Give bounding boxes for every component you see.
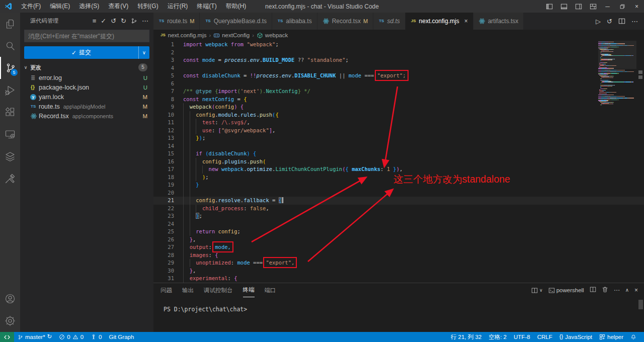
terminal-profile-item[interactable]: powershell [548, 287, 584, 294]
line-number[interactable]: 2 [153, 49, 174, 57]
status-language-mode[interactable]: {}JavaScript [556, 332, 596, 342]
panel-tab-输出[interactable]: 输出 [182, 283, 194, 297]
changed-file-row[interactable]: {}package-lock.jsonU [20, 82, 153, 92]
breadcrumb-item[interactable]: nextConfig [213, 32, 250, 39]
line-number[interactable]: 18 [153, 174, 174, 182]
code-line[interactable]: 16 config.plugins.push( [153, 158, 644, 166]
code-line[interactable]: 18 ); [153, 174, 644, 182]
code-line[interactable]: 20 [153, 189, 644, 197]
changed-file-row[interactable]: Record.tsxapp\componentsM [20, 111, 153, 121]
code-line[interactable]: 1import webpack from "webpack"; [153, 41, 644, 49]
line-number[interactable]: 13 [153, 134, 174, 142]
tab-route.ts[interactable]: TSroute.tsM [153, 13, 200, 30]
line-number[interactable]: 20 [153, 189, 174, 197]
more-icon[interactable]: ⋯ [631, 18, 638, 25]
code-line[interactable]: 4 [153, 64, 644, 72]
code-line[interactable]: 27 output: mode, [153, 243, 644, 251]
activity-remote-explorer[interactable] [0, 123, 20, 145]
status-helper[interactable]: helper [596, 332, 627, 342]
tab-artifacts.tsx[interactable]: artifacts.tsx [473, 13, 524, 30]
code-line[interactable]: 17 new webpack.optimize.LimitChunkCountP… [153, 165, 644, 174]
line-number[interactable]: 9 [153, 103, 174, 111]
tab-next.config.mjs[interactable]: JSnext.config.mjs× [406, 13, 473, 30]
activity-tools[interactable] [0, 167, 20, 190]
tab-QueryableBase.d.ts[interactable]: TSQueryableBase.d.ts [200, 13, 272, 30]
line-number[interactable]: 23 [153, 212, 174, 220]
code-line[interactable]: 15 if (disableChunk) { [153, 150, 644, 158]
menu-item[interactable]: 帮助(H) [221, 0, 251, 13]
status-remote-indicator[interactable] [0, 332, 14, 342]
activity-explorer[interactable] [0, 13, 20, 35]
code-line[interactable]: 11 test: /\.svg$/, [153, 119, 644, 127]
tab-Record.tsx[interactable]: Record.tsxM [317, 13, 374, 30]
line-number[interactable]: 22 [153, 205, 174, 213]
terminal-scrollbar[interactable] [638, 300, 643, 309]
toggle-sidebar-icon[interactable] [542, 0, 556, 13]
activity-layers[interactable] [0, 145, 20, 167]
activity-run-and-debug[interactable] [0, 79, 20, 101]
line-number[interactable]: 14 [153, 142, 174, 150]
maximize-panel-icon[interactable]: ∧ [625, 288, 629, 293]
changed-file-row[interactable]: yyarn.lockM [20, 92, 153, 102]
code-line[interactable]: 9 webpack(config) { [153, 103, 644, 111]
line-number[interactable]: 10 [153, 111, 174, 119]
code-line[interactable]: 5const disableChunk = !!process.env.DISA… [153, 72, 644, 80]
status-forwarded-ports[interactable]: 0 [87, 332, 105, 342]
panel-tab-问题[interactable]: 问题 [160, 283, 172, 297]
code-line[interactable]: 12 use: ["@svgr/webpack"], [153, 127, 644, 135]
toggle-secondary-sidebar-icon[interactable] [571, 0, 586, 13]
code-line[interactable]: 31 experimental: { [153, 275, 644, 283]
more-icon[interactable]: ⋯ [142, 18, 148, 24]
line-number[interactable]: 24 [153, 220, 174, 228]
close-panel-icon[interactable]: × [634, 287, 638, 293]
code-line[interactable]: 13 }); [153, 134, 644, 142]
status-git-branch[interactable]: master*↻ [14, 332, 55, 342]
activity-account[interactable] [0, 288, 20, 310]
code-line[interactable]: 19 } [153, 181, 644, 189]
close-window-button[interactable]: × [629, 0, 644, 13]
line-number[interactable]: 5 [153, 72, 174, 80]
editor-scrollbar[interactable] [637, 41, 644, 283]
commit-button[interactable]: ✓ 提交 ∨ [24, 46, 149, 59]
commit-dropdown-button[interactable]: ∨ [138, 46, 149, 59]
graph-icon[interactable] [131, 18, 137, 24]
minimize-button[interactable]: ─ [600, 0, 615, 13]
code-line[interactable]: 2 [153, 49, 644, 57]
close-icon[interactable]: × [464, 18, 468, 25]
menu-item[interactable]: 查看(V) [104, 0, 133, 13]
code-line[interactable]: 22 child_process: false, [153, 205, 644, 213]
line-number[interactable]: 6 [153, 80, 174, 88]
line-number[interactable]: 19 [153, 181, 174, 189]
status-problems[interactable]: 00 [55, 332, 87, 342]
code-line[interactable]: 26 }, [153, 236, 644, 244]
minimap[interactable] [598, 42, 636, 106]
customize-layout-icon[interactable] [586, 0, 600, 13]
activity-source-control[interactable]: 5 [0, 57, 20, 79]
line-number[interactable]: 30 [153, 267, 174, 275]
breadcrumb-item[interactable]: JSnext.config.mjs [160, 32, 207, 38]
toggle-panel-icon[interactable] [556, 0, 571, 13]
code-line[interactable]: 28 images: { [153, 251, 644, 260]
status-notifications[interactable] [627, 332, 640, 342]
status-eol[interactable]: CRLF [534, 332, 556, 342]
code-line[interactable]: 25 return config; [153, 228, 644, 236]
code-line[interactable]: 24 [153, 220, 644, 228]
line-number[interactable]: 12 [153, 127, 174, 135]
menu-item[interactable]: 终端(T) [192, 0, 221, 13]
code-line[interactable]: 10 config.module.rules.push({ [153, 111, 644, 119]
line-number[interactable]: 15 [153, 150, 174, 158]
line-number[interactable]: 31 [153, 275, 174, 283]
line-number[interactable]: 26 [153, 236, 174, 244]
split-editor-icon[interactable] [618, 18, 625, 25]
code-line[interactable]: 14 [153, 142, 644, 150]
changes-section-header[interactable]: ∨ 更改 5 [20, 62, 153, 73]
line-number[interactable]: 16 [153, 158, 174, 166]
terminal[interactable]: PS D:\project\chat\chat> [153, 297, 644, 313]
activity-search[interactable] [0, 35, 20, 57]
status-cursor-position[interactable]: 行 21, 列 32 [447, 332, 485, 342]
menu-item[interactable]: 运行(R) [163, 0, 193, 13]
undo-icon[interactable]: ↺ [111, 18, 116, 24]
status-indentation[interactable]: 空格: 2 [485, 332, 510, 342]
line-number[interactable]: 17 [153, 165, 174, 174]
line-number[interactable]: 3 [153, 56, 174, 64]
